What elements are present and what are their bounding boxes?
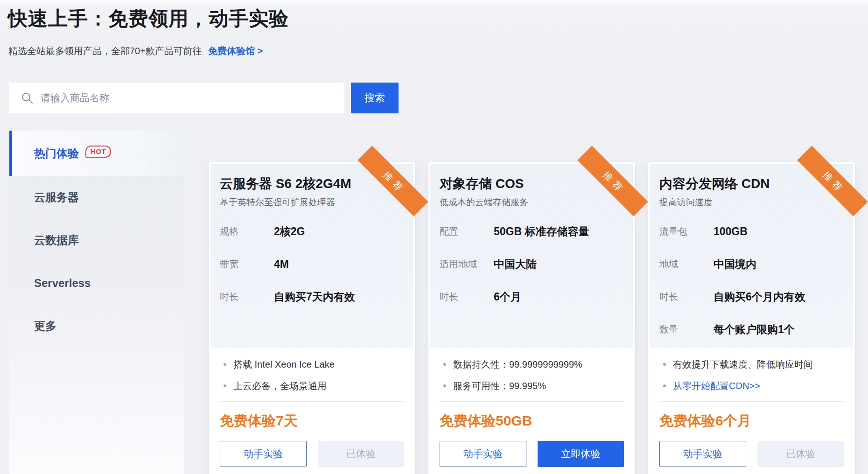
spec-value: 自购买6个月内有效 bbox=[714, 290, 805, 304]
feature-bullet: 从零开始配置CDN>> bbox=[659, 379, 844, 392]
card-actions: 动手实验已体验 bbox=[659, 441, 844, 467]
sidebar-item-serverless[interactable]: Serverless bbox=[9, 262, 184, 305]
spec-value: 中国大陆 bbox=[494, 257, 537, 272]
page-subtitle-text: 精选全站最多领用产品，全部70+款产品可前往 bbox=[8, 45, 202, 57]
already-tried-button: 已体验 bbox=[318, 441, 405, 467]
feature-bullet: 上云必备，全场景通用 bbox=[220, 379, 404, 392]
card-header-section: 内容分发网络 CDN提高访问速度流量包100GB地域中国境内时长自购买6个月内有… bbox=[650, 164, 853, 348]
card-actions: 动手实验已体验 bbox=[220, 441, 404, 467]
spec-row: 时长自购买6个月内有效 bbox=[659, 280, 844, 313]
sidebar-item-label: 热门体验 bbox=[34, 146, 79, 161]
hands-on-lab-button[interactable]: 动手实验 bbox=[220, 441, 307, 467]
page-title: 快速上手：免费领用，动手实验 bbox=[8, 7, 289, 31]
spec-label: 配置 bbox=[440, 225, 494, 238]
spec-row: 地域中国境内 bbox=[659, 248, 844, 280]
spec-value: 100GB bbox=[714, 225, 748, 238]
spec-row: 适用地域中国大陆 bbox=[440, 248, 624, 280]
feature-text: 有效提升下载速度、降低响应时间 bbox=[673, 358, 813, 371]
bullet-dot bbox=[224, 384, 226, 387]
feature-bullet: 搭载 Intel Xeon Ice Lake bbox=[220, 358, 404, 371]
card-actions: 动手实验立即体验 bbox=[440, 441, 624, 467]
product-card-1: 推荐云服务器 S6 2核2G4M基于英特尔至强可扩展处理器规格2核2G带宽4M时… bbox=[209, 162, 415, 474]
feature-bullet: 服务可用性：99.995% bbox=[440, 379, 624, 392]
sidebar-item-hot[interactable]: 热门体验HOT bbox=[9, 131, 184, 176]
dotted-divider bbox=[440, 401, 624, 402]
card-subtitle: 基于英特尔至强可扩展处理器 bbox=[220, 196, 404, 209]
spec-label: 时长 bbox=[220, 291, 274, 303]
search-box bbox=[9, 83, 344, 113]
dotted-divider bbox=[220, 401, 404, 402]
bullet-dot bbox=[663, 384, 666, 387]
card-detail-section: 数据持久性：99.9999999999%服务可用性：99.995%免费体验50G… bbox=[428, 348, 635, 467]
promo-text: 免费体验50GB bbox=[440, 412, 624, 430]
card-header-section: 云服务器 S6 2核2G4M基于英特尔至强可扩展处理器规格2核2G带宽4M时长自… bbox=[210, 164, 413, 348]
spec-row: 数量每个账户限购1个 bbox=[659, 313, 844, 346]
feature-text: 服务可用性：99.995% bbox=[453, 379, 546, 392]
card-detail-section: 搭载 Intel Xeon Ice Lake上云必备，全场景通用免费体验7天动手… bbox=[209, 348, 415, 467]
spec-row: 带宽4M bbox=[220, 248, 404, 280]
search-bar: 搜索 bbox=[9, 83, 399, 113]
search-button[interactable]: 搜索 bbox=[351, 83, 399, 113]
sidebar-item-label: 更多 bbox=[34, 319, 56, 334]
spec-value: 4M bbox=[274, 258, 289, 271]
try-now-button[interactable]: 立即体验 bbox=[538, 441, 624, 467]
promo-text: 免费体验7天 bbox=[220, 412, 404, 430]
spec-list: 规格2核2G带宽4M时长自购买7天内有效 bbox=[220, 215, 404, 313]
spec-list: 流量包100GB地域中国境内时长自购买6个月内有效数量每个账户限购1个 bbox=[659, 215, 844, 346]
bullet-dot bbox=[443, 384, 446, 387]
spec-value: 自购买7天内有效 bbox=[274, 290, 355, 304]
card-detail-section: 有效提升下载速度、降低响应时间从零开始配置CDN>>免费体验6个月动手实验已体验 bbox=[648, 348, 855, 467]
spec-list: 配置50GB 标准存储容量适用地域中国大陆时长6个月 bbox=[440, 215, 624, 313]
card-subtitle: 提高访问速度 bbox=[659, 196, 844, 209]
spec-label: 规格 bbox=[220, 225, 274, 238]
spec-label: 流量包 bbox=[659, 225, 714, 238]
feature-link[interactable]: 从零开始配置CDN>> bbox=[673, 379, 760, 392]
hot-badge: HOT bbox=[85, 146, 111, 158]
product-card-2: 推荐对象存储 COS低成本的云端存储服务配置50GB 标准存储容量适用地域中国大… bbox=[428, 162, 635, 474]
spec-value: 2核2G bbox=[274, 224, 305, 239]
spec-row: 流量包100GB bbox=[659, 215, 844, 248]
promo-text: 免费体验6个月 bbox=[659, 412, 844, 430]
spec-label: 带宽 bbox=[220, 258, 274, 271]
free-trial-page: 快速上手：免费领用，动手实验 精选全站最多领用产品，全部70+款产品可前往 免费… bbox=[0, 0, 868, 474]
feature-text: 搭载 Intel Xeon Ice Lake bbox=[233, 358, 335, 371]
feature-text: 上云必备，全场景通用 bbox=[233, 379, 327, 392]
sidebar-item-label: 云服务器 bbox=[34, 190, 79, 205]
sidebar-item-更多[interactable]: 更多 bbox=[9, 305, 184, 348]
page-subtitle: 精选全站最多领用产品，全部70+款产品可前往 免费体验馆 > bbox=[8, 45, 263, 57]
search-icon bbox=[21, 92, 33, 104]
bullet-dot bbox=[443, 363, 446, 366]
search-input[interactable] bbox=[41, 92, 321, 104]
sidebar-item-label: Serverless bbox=[34, 277, 91, 290]
category-sidebar: 热门体验HOT云服务器云数据库Serverless更多 bbox=[9, 131, 184, 474]
spec-value: 中国境内 bbox=[714, 257, 756, 272]
feature-bullet: 数据持久性：99.9999999999% bbox=[440, 358, 624, 371]
sidebar-item-label: 云数据库 bbox=[34, 233, 79, 248]
spec-value: 6个月 bbox=[494, 290, 521, 304]
bullet-dot bbox=[224, 363, 226, 366]
spec-label: 时长 bbox=[659, 291, 714, 303]
feature-text: 数据持久性：99.9999999999% bbox=[453, 358, 582, 371]
spec-row: 时长6个月 bbox=[440, 280, 624, 313]
product-cards: 推荐云服务器 S6 2核2G4M基于英特尔至强可扩展处理器规格2核2G带宽4M时… bbox=[209, 162, 855, 474]
product-card-3: 推荐内容分发网络 CDN提高访问速度流量包100GB地域中国境内时长自购买6个月… bbox=[648, 162, 855, 474]
card-subtitle: 低成本的云端存储服务 bbox=[440, 196, 624, 209]
spec-value: 50GB 标准存储容量 bbox=[494, 224, 589, 239]
spec-row: 规格2核2G bbox=[220, 215, 404, 248]
spec-value: 每个账户限购1个 bbox=[714, 322, 795, 337]
free-trial-hall-link[interactable]: 免费体验馆 > bbox=[208, 45, 263, 57]
already-tried-button: 已体验 bbox=[757, 441, 844, 467]
card-header-section: 对象存储 COS低成本的云端存储服务配置50GB 标准存储容量适用地域中国大陆时… bbox=[430, 164, 633, 348]
feature-bullet: 有效提升下载速度、降低响应时间 bbox=[659, 358, 844, 371]
hands-on-lab-button[interactable]: 动手实验 bbox=[659, 441, 746, 467]
sidebar-item-云数据库[interactable]: 云数据库 bbox=[9, 219, 184, 262]
spec-label: 时长 bbox=[440, 291, 494, 303]
sidebar-item-云服务器[interactable]: 云服务器 bbox=[9, 176, 184, 219]
spec-label: 适用地域 bbox=[440, 258, 494, 271]
dotted-divider bbox=[659, 401, 844, 402]
spec-row: 配置50GB 标准存储容量 bbox=[440, 215, 624, 248]
spec-label: 地域 bbox=[659, 258, 714, 271]
spec-row: 时长自购买7天内有效 bbox=[220, 280, 404, 313]
hands-on-lab-button[interactable]: 动手实验 bbox=[440, 441, 526, 467]
spec-label: 数量 bbox=[659, 323, 714, 336]
